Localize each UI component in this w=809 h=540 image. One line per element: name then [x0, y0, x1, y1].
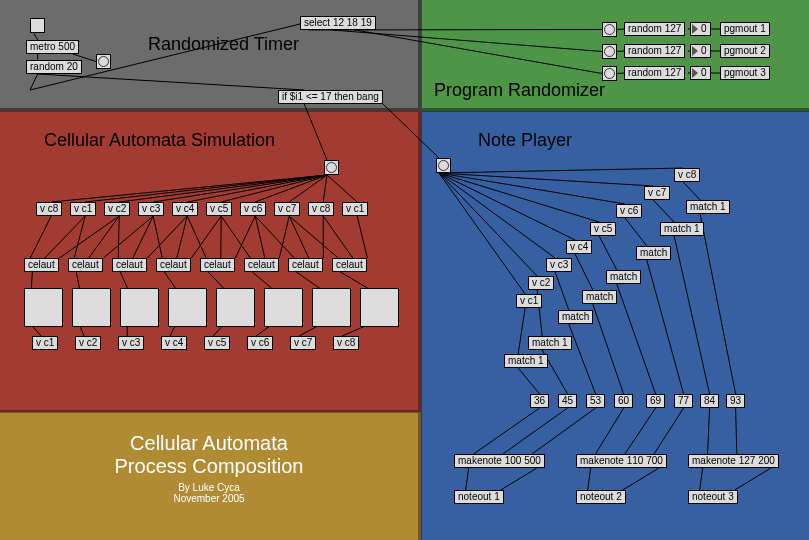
note-match-5[interactable]: match [636, 246, 671, 260]
celaut-7[interactable]: celaut [332, 258, 367, 272]
makenote-0[interactable]: makenote 100 500 [454, 454, 545, 468]
ca-var-top-4[interactable]: v c4 [172, 202, 198, 216]
celaut-2[interactable]: celaut [112, 258, 147, 272]
note-num-3[interactable]: 60 [614, 394, 633, 408]
note-match-2[interactable]: match [558, 310, 593, 324]
note-var-1[interactable]: v c2 [528, 276, 554, 290]
noteout-0[interactable]: noteout 1 [454, 490, 504, 504]
note-match-1[interactable]: match 1 [528, 336, 572, 350]
header-prog: Program Randomizer [434, 80, 605, 101]
celaut-0[interactable]: celaut [24, 258, 59, 272]
ca-display-2[interactable] [120, 288, 159, 327]
ca-fanout-bang[interactable] [324, 160, 339, 175]
prog-random-2[interactable]: random 127 [624, 44, 685, 58]
noteout-1[interactable]: noteout 2 [576, 490, 626, 504]
ca-var-top-6[interactable]: v c6 [240, 202, 266, 216]
note-num-0[interactable]: 36 [530, 394, 549, 408]
ca-var-top-8[interactable]: v c8 [308, 202, 334, 216]
prog-random-3[interactable]: random 127 [624, 66, 685, 80]
ca-display-5[interactable] [264, 288, 303, 327]
note-num-6[interactable]: 84 [700, 394, 719, 408]
title-line2: Process Composition [0, 455, 418, 478]
note-match-7[interactable]: match 1 [686, 200, 730, 214]
prog-zero-1[interactable]: 0 [690, 22, 711, 36]
ca-var-bottom-1[interactable]: v c2 [75, 336, 101, 350]
note-var-6[interactable]: v c7 [644, 186, 670, 200]
note-var-2[interactable]: v c3 [546, 258, 572, 272]
composition-title: Cellular Automata Process Composition By… [0, 432, 418, 504]
ca-var-top-5[interactable]: v c5 [206, 202, 232, 216]
prog-bang-2[interactable] [602, 44, 617, 59]
ca-var-bottom-4[interactable]: v c5 [204, 336, 230, 350]
header-ca: Cellular Automata Simulation [44, 130, 275, 151]
ca-var-bottom-2[interactable]: v c3 [118, 336, 144, 350]
ca-var-top-2[interactable]: v c2 [104, 202, 130, 216]
makenote-1[interactable]: makenote 110 700 [576, 454, 667, 468]
metro-object[interactable]: metro 500 [26, 40, 79, 54]
title-date: November 2005 [0, 493, 418, 504]
prog-zero-3[interactable]: 0 [690, 66, 711, 80]
ca-display-0[interactable] [24, 288, 63, 327]
note-var-4[interactable]: v c5 [590, 222, 616, 236]
prog-pgmout-1[interactable]: pgmout 1 [720, 22, 770, 36]
ca-display-3[interactable] [168, 288, 207, 327]
note-var-7[interactable]: v c8 [674, 168, 700, 182]
title-author: By Luke Cyca [0, 482, 418, 493]
ca-var-top-0[interactable]: v c8 [36, 202, 62, 216]
note-var-3[interactable]: v c4 [566, 240, 592, 254]
ca-display-6[interactable] [312, 288, 351, 327]
panel-note-player [421, 111, 809, 540]
note-match-4[interactable]: match [606, 270, 641, 284]
note-match-6[interactable]: match 1 [660, 222, 704, 236]
select-object[interactable]: select 12 18 19 [300, 16, 376, 30]
ifbang-object[interactable]: if $i1 <= 17 then bang [278, 90, 383, 104]
note-var-5[interactable]: v c6 [616, 204, 642, 218]
random20-object[interactable]: random 20 [26, 60, 82, 74]
ca-display-1[interactable] [72, 288, 111, 327]
noteout-2[interactable]: noteout 3 [688, 490, 738, 504]
prog-zero-2[interactable]: 0 [690, 44, 711, 58]
ca-var-top-7[interactable]: v c7 [274, 202, 300, 216]
note-var-0[interactable]: v c1 [516, 294, 542, 308]
ca-var-bottom-7[interactable]: v c8 [333, 336, 359, 350]
note-num-4[interactable]: 69 [646, 394, 665, 408]
celaut-3[interactable]: celaut [156, 258, 191, 272]
makenote-2[interactable]: makenote 127 200 [688, 454, 779, 468]
note-num-2[interactable]: 53 [586, 394, 605, 408]
note-num-1[interactable]: 45 [558, 394, 577, 408]
celaut-4[interactable]: celaut [200, 258, 235, 272]
prog-bang-1[interactable] [602, 22, 617, 37]
celaut-6[interactable]: celaut [288, 258, 323, 272]
ca-var-top-1[interactable]: v c1 [70, 202, 96, 216]
ca-display-7[interactable] [360, 288, 399, 327]
timer-bang[interactable] [96, 54, 111, 69]
ca-var-bottom-0[interactable]: v c1 [32, 336, 58, 350]
ca-var-top-9[interactable]: v c1 [342, 202, 368, 216]
prog-random-1[interactable]: random 127 [624, 22, 685, 36]
header-timer: Randomized Timer [148, 34, 299, 55]
ca-var-top-3[interactable]: v c3 [138, 202, 164, 216]
celaut-5[interactable]: celaut [244, 258, 279, 272]
header-note: Note Player [478, 130, 572, 151]
ca-var-bottom-3[interactable]: v c4 [161, 336, 187, 350]
note-match-0[interactable]: match 1 [504, 354, 548, 368]
prog-pgmout-3[interactable]: pgmout 3 [720, 66, 770, 80]
note-fanout-bang[interactable] [436, 158, 451, 173]
note-num-7[interactable]: 93 [726, 394, 745, 408]
toggle[interactable] [30, 18, 45, 33]
ca-var-bottom-5[interactable]: v c6 [247, 336, 273, 350]
prog-bang-3[interactable] [602, 66, 617, 81]
prog-pgmout-2[interactable]: pgmout 2 [720, 44, 770, 58]
note-num-5[interactable]: 77 [674, 394, 693, 408]
note-match-3[interactable]: match [582, 290, 617, 304]
celaut-1[interactable]: celaut [68, 258, 103, 272]
ca-var-bottom-6[interactable]: v c7 [290, 336, 316, 350]
title-line1: Cellular Automata [0, 432, 418, 455]
ca-display-4[interactable] [216, 288, 255, 327]
